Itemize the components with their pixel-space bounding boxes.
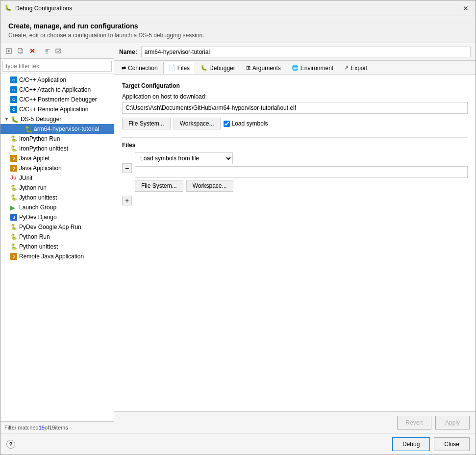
files-btn-row: File System... Workspace... [135, 180, 468, 192]
tab-files[interactable]: 📄 Files [163, 62, 195, 74]
files-section-title: Files [122, 142, 468, 149]
collapse-all-button[interactable] [42, 46, 53, 56]
section-divider [122, 137, 468, 138]
load-symbols-dropdown[interactable]: Load symbols from file Load symbols from… [135, 152, 233, 164]
tree-item-ironpython-run[interactable]: 🐍 IronPython Run [0, 134, 114, 144]
tree-item-python-unittest[interactable]: 🐍 Python unittest [0, 242, 114, 252]
cpp-postmortem-label: C/C++ Postmortem Debugger [19, 96, 97, 103]
pydev-google-label: PyDev Google App Run [19, 224, 81, 230]
window-close-button[interactable]: ✕ [460, 3, 472, 13]
arm64-icon: 🐛 [25, 126, 32, 132]
tree-item-pydev-google[interactable]: 🐍 PyDev Google App Run [0, 222, 114, 232]
view-menu-icon [55, 48, 61, 54]
window-title: Debug Configurations [15, 5, 72, 12]
tab-arguments[interactable]: ⊞ Arguments [241, 62, 286, 74]
load-symbols-checkbox[interactable] [224, 121, 230, 127]
jython-run-label: Jython run [19, 184, 47, 191]
files-tab-icon: 📄 [169, 65, 175, 71]
title-bar-right: ✕ [460, 3, 472, 13]
debug-configurations-window: 🐛 Debug Configurations ✕ Create, manage,… [0, 0, 476, 455]
revert-button[interactable]: Revert [397, 416, 431, 430]
footer-left: ? [6, 440, 15, 449]
tab-connection[interactable]: ⇌ Connection [116, 62, 163, 74]
delete-config-button[interactable]: ✕ [27, 46, 38, 56]
filter-input[interactable] [2, 61, 112, 72]
arguments-tab-label: Arguments [252, 65, 281, 72]
remove-file-button[interactable]: − [122, 163, 132, 173]
file-path-input[interactable] [135, 166, 468, 178]
workspace-button-1[interactable]: Workspace... [174, 118, 221, 129]
tree-item-java-app[interactable]: J Java Application [0, 163, 114, 173]
ironpython-unittest-icon: 🐍 [10, 145, 17, 152]
remote-java-label: Remote Java Application [19, 253, 84, 260]
java-app-icon: J [10, 165, 17, 172]
load-symbols-dropdown-row: Load symbols from file Load symbols from… [135, 152, 468, 164]
collapse-icon [45, 48, 50, 54]
duplicate-config-button[interactable] [15, 46, 26, 56]
filter-status-suffix: items [55, 425, 68, 430]
app-path-row [122, 102, 468, 114]
tab-environment[interactable]: 🌐 Environment [286, 62, 339, 74]
launch-group-icon: ▶ [10, 204, 17, 211]
cpp-postmortem-icon: C [10, 96, 17, 103]
load-symbols-checkbox-row: Load symbols [224, 120, 268, 127]
name-bar: Name: [114, 43, 476, 61]
pydev-google-icon: 🐍 [10, 224, 17, 230]
tree-item-cpp-attach[interactable]: C C/C++ Attach to Application [0, 85, 114, 95]
title-bar-left: 🐛 Debug Configurations [4, 4, 72, 12]
ironpython-run-icon: 🐍 [10, 135, 17, 142]
app-path-input[interactable] [122, 102, 468, 114]
tree-item-junit[interactable]: Ju JUnit [0, 173, 114, 183]
filter-status-prefix: Filter matched [4, 425, 39, 430]
name-input[interactable] [141, 47, 471, 57]
add-file-button[interactable]: + [122, 196, 132, 205]
cpp-attach-label: C/C++ Attach to Application [19, 86, 91, 93]
svg-rect-9 [56, 49, 61, 53]
tree-item-pydev-django[interactable]: d PyDev Django [0, 212, 114, 222]
debug-button[interactable]: Debug [392, 437, 430, 451]
ds5-icon: 🐛 [11, 116, 19, 123]
files-inner: Load symbols from file Load symbols from… [135, 152, 468, 192]
tree-group-ds5[interactable]: ▼ 🐛 DS-5 Debugger [0, 114, 114, 124]
header-subtitle: Create, edit or choose a configuration t… [8, 32, 468, 39]
tree-item-remote-java[interactable]: J Remote Java Application [0, 252, 114, 261]
app-btn-row: File System... Workspace... Load symbols [122, 118, 468, 129]
tabs-bar: ⇌ Connection 📄 Files 🐛 Debugger ⊞ Argume… [114, 61, 476, 75]
tree-item-arm64[interactable]: 🐛 arm64-hypervisor-tutorial [0, 124, 114, 134]
tree-item-java-applet[interactable]: J Java Applet [0, 153, 114, 163]
tree-item-python-run[interactable]: 🐍 Python Run [0, 232, 114, 242]
pydev-django-label: PyDev Django [19, 214, 57, 221]
tree-item-cpp-postmortem[interactable]: C C/C++ Postmortem Debugger [0, 95, 114, 104]
debugger-tab-icon: 🐛 [200, 65, 207, 71]
view-menu-button[interactable] [54, 46, 63, 56]
connection-tab-label: Connection [128, 65, 158, 72]
new-config-button[interactable] [3, 46, 14, 56]
close-button[interactable]: Close [434, 437, 470, 451]
cpp-app-label: C/C++ Application [19, 76, 66, 83]
tree-item-ironpython-unittest[interactable]: 🐍 IronPython unittest [0, 144, 114, 153]
pydev-django-icon: d [10, 214, 17, 221]
tab-debugger[interactable]: 🐛 Debugger [195, 62, 241, 74]
file-system-button-1[interactable]: File System... [122, 118, 171, 129]
cpp-remote-icon: C [10, 106, 17, 113]
export-tab-icon: ↗ [344, 65, 349, 71]
tree-item-launch-group[interactable]: ▶ Launch Group [0, 202, 114, 212]
files-row-1: − Load symbols from file Load symbols fr… [122, 152, 468, 192]
export-tab-label: Export [351, 65, 368, 72]
workspace-button-2[interactable]: Workspace... [186, 180, 233, 192]
apply-button[interactable]: Apply [435, 416, 470, 430]
tree-item-cpp-remote[interactable]: C C/C++ Remote Application [0, 104, 114, 114]
python-unittest-icon: 🐍 [10, 243, 17, 250]
ironpython-run-label: IronPython Run [19, 135, 60, 142]
python-run-icon: 🐍 [10, 233, 17, 240]
tree-item-cpp-app[interactable]: C C/C++ Application [0, 75, 114, 85]
java-applet-label: Java Applet [19, 155, 50, 162]
remote-java-icon: J [10, 253, 17, 260]
filter-status-total: 19 [49, 425, 55, 430]
help-button[interactable]: ? [6, 440, 15, 449]
file-system-button-2[interactable]: File System... [135, 180, 183, 192]
tree-item-jython-run[interactable]: 🐍 Jython run [0, 183, 114, 193]
tab-export[interactable]: ↗ Export [339, 62, 373, 74]
header-section: Create, manage, and run configurations C… [0, 16, 476, 43]
tree-item-jython-unittest[interactable]: 🐍 Jython unittest [0, 193, 114, 202]
